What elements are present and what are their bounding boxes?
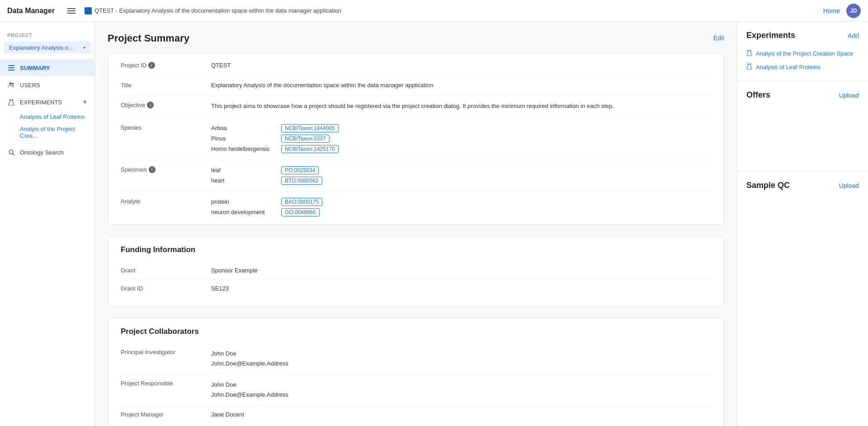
specimen-tag-0[interactable]: PO:0025034 — [281, 166, 319, 174]
menu-icon[interactable] — [67, 8, 75, 14]
field-label-objective: Objective i — [121, 102, 211, 108]
analyte-tag-0[interactable]: BAO:0000175 — [281, 198, 322, 206]
info-icon-objective[interactable]: i — [147, 102, 154, 108]
field-value-grant-id: SE123 — [211, 285, 711, 292]
topbar-project-text: QTEST - Explanatory Analysis of the docu… — [94, 7, 341, 14]
sidebar-sub-item-leaf-proteins[interactable]: Analysis of Leaf Proteins — [0, 111, 94, 123]
user-avatar[interactable]: JD — [846, 4, 861, 18]
app-title: Data Manager — [7, 7, 55, 15]
analyte-row-1: neuron development GO:0048666 — [211, 208, 711, 216]
search-icon — [7, 148, 15, 156]
field-value-objective: This project aims to showcase how a proj… — [211, 102, 711, 111]
species-tag-0[interactable]: NCBITaxon:1844005 — [281, 124, 339, 132]
field-value-species: Arboa NCBITaxon:1844005 Pinus NCBITaxon:… — [211, 124, 711, 153]
right-panel-sample-qc: Sample QC Upload — [737, 172, 868, 262]
field-value-pm: Jane Docent — [211, 411, 711, 418]
field-label-pr: Project Responsible — [121, 380, 211, 387]
topbar: Data Manager QTEST - Explanatory Analysi… — [0, 0, 868, 22]
species-name-0: Arboa — [211, 125, 281, 131]
sidebar-sub-item-project-creation[interactable]: Analyis of the Project Crea... — [0, 123, 94, 142]
right-panel-experiments-title: Experiments — [746, 31, 795, 40]
svg-point-4 — [12, 83, 14, 85]
right-panel-experiments: Experiments Add Analyis of the Project C… — [737, 22, 868, 81]
species-row-2: Homo heidelbergensis NCBITaxon:1425170 — [211, 145, 711, 153]
field-label-title: Title — [121, 82, 211, 89]
species-name-1: Pinus — [211, 135, 281, 142]
species-name-2: Homo heidelbergensis — [211, 145, 281, 152]
project-summary-card: Project ID i QTEST Title Explanatory Ana… — [108, 53, 724, 225]
field-label-grant-id: Grant ID — [121, 285, 211, 292]
funding-grant-row: Grant Sponsor Example — [121, 262, 711, 280]
specimen-tag-1[interactable]: BTO:0000562 — [281, 177, 322, 185]
svg-point-6 — [9, 150, 13, 154]
sidebar-section-label: PROJECT — [0, 29, 94, 40]
experiment-icon-1 — [746, 63, 752, 71]
experiment-label-1: Analysis of Leaf Proteins — [756, 64, 821, 70]
svg-rect-2 — [8, 70, 14, 70]
pm-name: Jane Docent — [211, 411, 711, 418]
experiments-icon — [7, 98, 15, 106]
experiment-icon-0 — [746, 49, 752, 57]
specimen-name-0: leaf — [211, 167, 281, 173]
list-icon — [7, 64, 15, 72]
specimen-name-1: heart — [211, 177, 281, 184]
svg-line-7 — [13, 154, 14, 155]
sidebar-item-users[interactable]: USERS — [0, 76, 94, 94]
field-value-analyte: protein BAO:0000175 neuron development G… — [211, 198, 711, 216]
funding-section: Funding Information Grant Sponsor Exampl… — [108, 236, 724, 307]
edit-button[interactable]: Edit — [713, 34, 724, 42]
pr-name: John Doe — [211, 380, 711, 390]
experiment-label-0: Analyis of the Project Creation Space — [756, 50, 853, 57]
field-label-analyte: Analyte — [121, 198, 211, 205]
species-tag-2[interactable]: NCBITaxon:1425170 — [281, 145, 339, 153]
users-icon — [7, 81, 15, 89]
offers-upload-button[interactable]: Upload — [839, 92, 859, 99]
field-row-project-id: Project ID i QTEST — [121, 56, 711, 75]
experiment-item-1[interactable]: Analysis of Leaf Proteins — [746, 60, 859, 74]
analyte-name-0: protein — [211, 198, 281, 205]
info-icon-specimen[interactable]: i — [149, 166, 156, 173]
sidebar-item-summary-label: SUMMARY — [20, 65, 50, 71]
field-label-pm: Project Manager — [121, 411, 211, 418]
field-value-project-id: QTEST — [211, 62, 711, 69]
sidebar-experiments-label: EXPERIMENTS — [20, 99, 62, 106]
analyte-tag-1[interactable]: GO:0048666 — [281, 208, 320, 216]
collaborators-section: Project Collaborators Principal Investig… — [108, 318, 724, 426]
pi-name: John Doe — [211, 349, 711, 359]
collaborator-pi-row: Principal Investigator John Doe John.Doe… — [121, 343, 711, 375]
sample-qc-upload-button[interactable]: Upload — [839, 182, 859, 189]
field-label-species: Species — [121, 124, 211, 131]
right-panel: Experiments Add Analyis of the Project C… — [737, 22, 868, 426]
project-badge-icon — [85, 7, 92, 14]
home-link[interactable]: Home — [823, 7, 840, 14]
analyte-row-0: protein BAO:0000175 — [211, 198, 711, 206]
project-selector-text: Explanatory Analysis o... — [9, 44, 73, 51]
info-icon-project-id[interactable]: i — [148, 62, 155, 69]
experiment-item-0[interactable]: Analyis of the Project Creation Space — [746, 47, 859, 60]
field-label-specimen: Specimen i — [121, 166, 211, 173]
sidebar-item-users-label: USERS — [20, 82, 40, 89]
experiments-add-button[interactable]: + — [82, 98, 87, 106]
collaborator-pr-row: Project Responsible John Doe John.Doe@Ex… — [121, 375, 711, 406]
field-value-title: Explanatory Analysis of the documentatio… — [211, 82, 711, 89]
sidebar-item-ontology[interactable]: Ontology Search — [0, 144, 94, 161]
sidebar: PROJECT Explanatory Analysis o... ▾ SUMM… — [0, 22, 95, 426]
pr-email: John.Doe@Example.Address — [211, 390, 711, 400]
right-panel-sample-qc-title: Sample QC — [746, 181, 790, 190]
field-row-species: Species Arboa NCBITaxon:1844005 Pinus NC… — [121, 118, 711, 160]
svg-rect-1 — [8, 67, 14, 68]
field-value-grant: Sponsor Example — [211, 267, 711, 274]
sidebar-experiments-row: EXPERIMENTS + — [0, 94, 94, 111]
right-panel-offers-title: Offers — [746, 90, 770, 100]
right-panel-add-button[interactable]: Add — [848, 32, 859, 39]
specimen-row-1: heart BTO:0000562 — [211, 177, 711, 185]
field-row-title: Title Explanatory Analysis of the docume… — [121, 75, 711, 95]
funding-title: Funding Information — [121, 245, 711, 254]
specimen-row-0: leaf PO:0025034 — [211, 166, 711, 174]
sidebar-item-summary[interactable]: SUMMARY — [0, 59, 94, 76]
chevron-down-icon: ▾ — [83, 45, 85, 50]
species-tag-1[interactable]: NCBITaxon:3337 — [281, 135, 330, 143]
field-row-objective: Objective i This project aims to showcas… — [121, 95, 711, 118]
project-selector[interactable]: Explanatory Analysis o... ▾ — [4, 42, 91, 54]
content-area: Project Summary Edit Project ID i QTEST … — [95, 22, 737, 426]
